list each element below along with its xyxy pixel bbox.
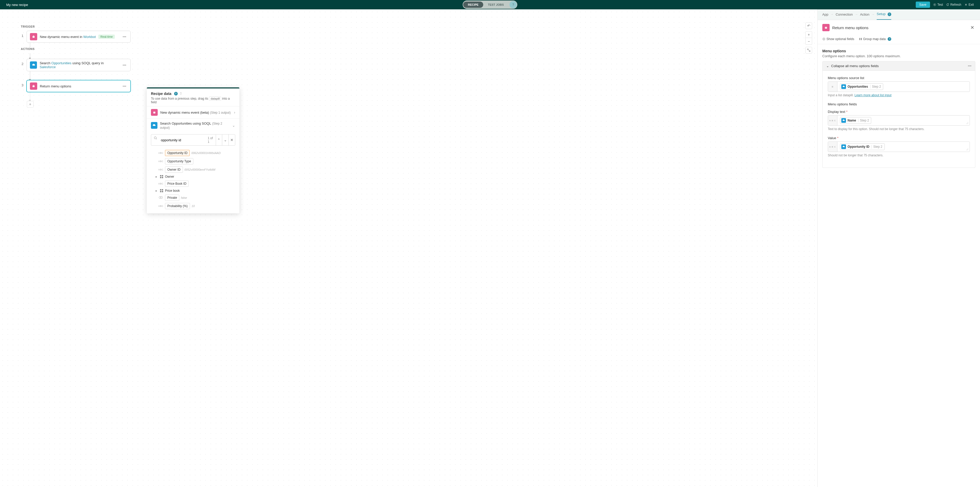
- step-number: 3: [21, 80, 24, 87]
- datapill-opportunity-id[interactable]: Opportunity ID Step 2: [840, 143, 885, 150]
- refresh-button[interactable]: Refresh: [946, 3, 961, 6]
- tree-item[interactable]: Privatefalse: [151, 194, 235, 202]
- collapse-toggle[interactable]: ⌄ Collapse all menu options fields •••: [822, 61, 975, 71]
- svg-rect-25: [825, 27, 827, 29]
- step-number: 1: [21, 31, 24, 38]
- svg-rect-11: [153, 111, 155, 113]
- search-icon: [151, 135, 159, 145]
- workbot-icon: [30, 83, 37, 90]
- breadcrumb: App → Connection → Action → Setup ?: [818, 10, 980, 20]
- svg-rect-9: [807, 49, 808, 50]
- datapill-search: 1 of 1 ⌃ ⌄ ✕: [151, 134, 235, 146]
- zoom-controls: ↶ + −: [805, 22, 812, 54]
- tree-item[interactable]: ABCOwner ID0052v00000emFYvAAM: [151, 166, 235, 174]
- actions-label: ACTIONS: [21, 47, 797, 51]
- svg-rect-5: [33, 85, 35, 87]
- tree-item[interactable]: ▸Price book: [151, 188, 235, 194]
- datapill-opportunities[interactable]: Opportunities Step 2: [840, 83, 883, 90]
- svg-rect-32: [861, 39, 862, 40]
- svg-point-24: [161, 196, 163, 199]
- display-text-label: Display text *: [828, 110, 970, 114]
- display-text-input[interactable]: A B C Name Step 2: [828, 115, 970, 126]
- search-count: 1 of 1: [207, 135, 216, 145]
- tree-item[interactable]: ABCOpportunity ID0062v00001HWtxiAAD: [151, 149, 235, 157]
- crumb-app[interactable]: App: [822, 13, 828, 19]
- menu-options-fields-label: Menu options fields: [828, 102, 970, 106]
- chevron-down-icon: ⌄: [232, 123, 235, 127]
- svg-point-26: [825, 27, 826, 28]
- recipe-title: My new recipe: [6, 3, 28, 7]
- test-button[interactable]: Test: [933, 3, 943, 6]
- search-prev-button[interactable]: ⌃: [216, 135, 222, 145]
- tree-item[interactable]: ▸Owner: [151, 174, 235, 180]
- crumb-setup[interactable]: Setup ?: [877, 12, 891, 20]
- chevron-down-icon: ⌄: [826, 64, 829, 68]
- svg-point-7: [34, 86, 34, 86]
- tree-item[interactable]: ABCOpportunity Type: [151, 157, 235, 166]
- recipe-data-subtitle: To use data from a previous step, drag i…: [151, 97, 235, 104]
- step-menu-icon[interactable]: •••: [121, 62, 127, 68]
- expand-icon[interactable]: [179, 92, 182, 96]
- source-list-label: Menu options source list: [828, 76, 970, 80]
- text-type-icon: A B C: [828, 142, 837, 152]
- recipe-data-panel: Recipe data ? To use data from a previou…: [147, 88, 239, 213]
- section-menu-icon[interactable]: •••: [968, 64, 971, 68]
- tab-recipe[interactable]: RECIPE: [463, 2, 483, 8]
- add-step-button[interactable]: +: [27, 101, 33, 108]
- step-menu-icon[interactable]: •••: [121, 83, 127, 89]
- setup-panel: App → Connection → Action → Setup ? Retu…: [817, 10, 980, 487]
- svg-point-2: [33, 37, 33, 37]
- svg-rect-21: [160, 191, 161, 192]
- svg-rect-18: [162, 177, 163, 178]
- zoom-in-button[interactable]: +: [805, 31, 812, 38]
- source-list-input[interactable]: ≡ Opportunities Step 2: [828, 81, 970, 92]
- help-icon[interactable]: ?: [174, 92, 178, 95]
- close-icon[interactable]: ✕: [969, 24, 975, 32]
- data-node-step2[interactable]: Search Opportunities using SOQL (Step 2 …: [147, 118, 239, 132]
- realtime-badge: Real-time: [99, 35, 115, 39]
- step-search[interactable]: Search Opportunities using SOQL query in…: [27, 59, 130, 71]
- workbot-icon: [151, 109, 158, 116]
- resize-handle-icon[interactable]: [966, 148, 969, 151]
- refresh-label: Refresh: [950, 3, 961, 6]
- search-clear-button[interactable]: ✕: [229, 135, 235, 145]
- help-icon[interactable]: ?: [888, 37, 891, 41]
- tree-item[interactable]: ABCPrice Book ID: [151, 180, 235, 188]
- crumb-action[interactable]: Action: [860, 13, 869, 19]
- svg-rect-10: [809, 51, 810, 52]
- test-label: Test: [937, 3, 943, 6]
- save-button[interactable]: Save: [916, 2, 930, 8]
- step-text: New dynamic menu event in Workbot: [40, 35, 96, 39]
- search-input[interactable]: [159, 135, 207, 145]
- help-icon[interactable]: ?: [888, 13, 891, 16]
- exit-button[interactable]: Exit: [964, 3, 974, 6]
- step-trigger[interactable]: New dynamic menu event in Workbot Real-t…: [27, 31, 130, 43]
- recipe-canvas[interactable]: TRIGGER 1 New dynamic menu event in Work…: [0, 10, 817, 487]
- show-optional-link[interactable]: Show optional fields: [822, 37, 854, 41]
- resize-handle-icon[interactable]: [966, 121, 969, 124]
- svg-rect-16: [162, 175, 163, 177]
- svg-rect-19: [160, 189, 161, 191]
- svg-rect-30: [859, 39, 860, 40]
- svg-point-27: [826, 27, 827, 28]
- svg-point-14: [154, 137, 156, 139]
- svg-point-13: [154, 112, 155, 113]
- undo-button[interactable]: ↶: [805, 22, 812, 29]
- group-map-link[interactable]: Group map data: [859, 37, 886, 41]
- search-next-button[interactable]: ⌄: [222, 135, 229, 145]
- zoom-out-button[interactable]: −: [805, 38, 812, 45]
- step-menu-icon[interactable]: •••: [121, 34, 127, 40]
- step-text: Return menu options: [40, 84, 71, 88]
- tree-item[interactable]: ABCProbability (%)10: [151, 202, 235, 210]
- view-toggle: RECIPE TEST JOBS ?: [463, 0, 517, 9]
- crumb-connection[interactable]: Connection: [835, 13, 853, 19]
- fit-button[interactable]: [805, 47, 812, 54]
- step-return-menu[interactable]: Return menu options •••: [27, 80, 130, 92]
- datapill-name[interactable]: Name Step 2: [840, 117, 871, 124]
- svg-rect-20: [162, 189, 163, 191]
- data-node-step1[interactable]: New dynamic menu event (beta) (Step 1 ou…: [147, 106, 239, 118]
- learn-more-link[interactable]: Learn more about list input: [854, 93, 891, 97]
- help-icon[interactable]: ?: [509, 1, 517, 8]
- value-input[interactable]: A B C Opportunity ID Step 2: [828, 142, 970, 152]
- tab-test-jobs[interactable]: TEST JOBS: [483, 2, 509, 8]
